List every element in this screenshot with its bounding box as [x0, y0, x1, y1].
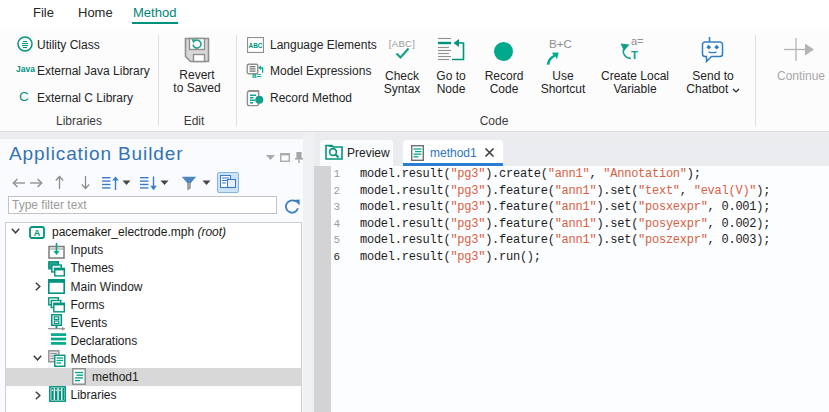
svg-text:T: T	[631, 49, 638, 61]
svg-text:A: A	[34, 228, 41, 238]
svg-text:ABC: ABC	[248, 42, 262, 49]
